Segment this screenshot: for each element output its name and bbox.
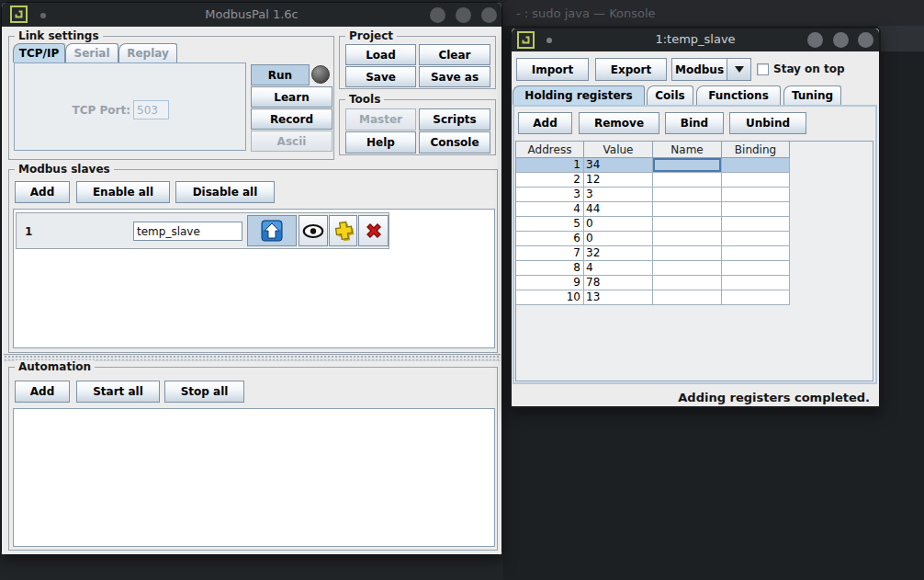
tab-holding-registers[interactable]: Holding registers	[513, 85, 645, 105]
clear-button[interactable]: Clear	[419, 44, 490, 65]
table-row[interactable]: 60	[516, 232, 873, 246]
slave-add-button[interactable]: Add	[15, 181, 70, 203]
address-cell[interactable]: 5	[516, 217, 584, 232]
register-add-button[interactable]: Add	[518, 112, 572, 134]
value-cell[interactable]: 13	[584, 290, 653, 305]
table-row[interactable]: 84	[516, 261, 873, 276]
dialog-titlebar[interactable]: 1:temp_slave	[512, 28, 879, 51]
address-cell[interactable]: 9	[516, 276, 584, 290]
start-all-button[interactable]: Start all	[76, 381, 160, 403]
registers-scrollpane[interactable]: AddressValueNameBinding 1342123344450607…	[515, 141, 873, 381]
binding-cell[interactable]	[722, 232, 790, 246]
slave-enable-toggle[interactable]	[247, 215, 297, 246]
automation-add-button[interactable]: Add	[15, 381, 70, 403]
name-cell[interactable]	[653, 202, 722, 217]
value-cell[interactable]: 0	[584, 217, 653, 232]
column-header[interactable]: Value	[584, 142, 653, 158]
name-cell[interactable]	[653, 173, 722, 188]
tcp-port-field[interactable]	[133, 100, 169, 119]
address-cell[interactable]: 3	[516, 188, 584, 202]
load-button[interactable]: Load	[345, 44, 416, 65]
stay-on-top-checkbox[interactable]	[757, 63, 769, 75]
name-cell[interactable]	[653, 188, 722, 202]
name-cell[interactable]	[653, 290, 722, 305]
slave-view-button[interactable]	[299, 215, 328, 246]
record-button[interactable]: Record	[251, 108, 332, 130]
value-cell[interactable]: 44	[584, 202, 653, 217]
tab-functions[interactable]: Functions	[696, 85, 781, 105]
value-cell[interactable]: 34	[584, 158, 653, 173]
export-button[interactable]: Export	[595, 58, 667, 81]
close-button[interactable]	[858, 32, 873, 48]
binding-cell[interactable]	[722, 158, 790, 173]
address-cell[interactable]: 7	[516, 246, 584, 261]
address-cell[interactable]: 10	[516, 290, 584, 305]
table-row[interactable]: 732	[516, 246, 873, 261]
binding-cell[interactable]	[722, 202, 790, 217]
ascii-button[interactable]: Ascii	[251, 131, 332, 152]
tab-tcpip[interactable]: TCP/IP	[13, 43, 65, 63]
minimize-button[interactable]	[807, 32, 823, 48]
binding-cell[interactable]	[722, 276, 790, 290]
table-row[interactable]: 50	[516, 217, 873, 232]
binding-cell[interactable]	[722, 217, 790, 232]
unbind-button[interactable]: Unbind	[729, 112, 806, 134]
column-header[interactable]: Binding	[722, 142, 790, 158]
tab-tuning[interactable]: Tuning	[783, 85, 841, 105]
table-row[interactable]: 33	[516, 188, 873, 202]
value-cell[interactable]: 0	[584, 232, 653, 246]
console-button[interactable]: Console	[419, 131, 490, 154]
maximize-button[interactable]	[833, 32, 849, 48]
combo-arrow-button[interactable]	[727, 59, 750, 80]
import-button[interactable]: Import	[516, 58, 589, 81]
binding-cell[interactable]	[722, 261, 790, 276]
tab-coils[interactable]: Coils	[647, 85, 693, 105]
disable-all-button[interactable]: Disable all	[175, 181, 275, 203]
modbuspal-titlebar[interactable]: ModbusPal 1.6c	[2, 3, 501, 27]
name-cell[interactable]	[653, 232, 722, 246]
binding-cell[interactable]	[722, 246, 790, 261]
address-cell[interactable]: 6	[516, 232, 584, 246]
value-cell[interactable]: 3	[584, 188, 653, 202]
save-button[interactable]: Save	[345, 66, 416, 87]
register-remove-button[interactable]: Remove	[579, 112, 659, 134]
address-cell[interactable]: 4	[516, 202, 584, 217]
value-cell[interactable]: 78	[584, 276, 653, 290]
modbus-combo[interactable]: Modbus	[671, 58, 751, 81]
konsole-titlebar[interactable]: - : sudo java — Konsole	[503, 0, 924, 26]
table-row[interactable]: 134	[516, 158, 873, 173]
name-cell[interactable]	[653, 246, 722, 261]
table-row[interactable]: 444	[516, 202, 873, 217]
save-as-button[interactable]: Save as	[419, 66, 490, 87]
address-cell[interactable]: 1	[516, 158, 584, 173]
table-row[interactable]: 212	[516, 173, 873, 188]
value-cell[interactable]: 12	[584, 173, 653, 188]
name-cell[interactable]	[653, 261, 722, 276]
stop-all-button[interactable]: Stop all	[164, 381, 244, 403]
master-button[interactable]: Master	[345, 108, 416, 131]
learn-button[interactable]: Learn	[251, 86, 332, 108]
table-row[interactable]: 978	[516, 276, 873, 290]
close-button[interactable]	[481, 7, 497, 23]
name-cell[interactable]	[653, 276, 722, 290]
column-header[interactable]: Name	[653, 142, 722, 158]
binding-cell[interactable]	[722, 173, 790, 188]
bind-button[interactable]: Bind	[665, 112, 724, 134]
help-button[interactable]: Help	[345, 131, 416, 154]
column-header[interactable]: Address	[516, 142, 584, 158]
value-cell[interactable]: 4	[584, 261, 653, 276]
name-cell[interactable]	[653, 158, 722, 173]
binding-cell[interactable]	[722, 290, 790, 305]
minimize-button[interactable]	[430, 7, 445, 23]
scripts-button[interactable]: Scripts	[419, 108, 490, 131]
table-row[interactable]: 1013	[516, 290, 873, 305]
slave-delete-button[interactable]	[358, 215, 389, 246]
tab-serial[interactable]: Serial	[65, 43, 118, 63]
enable-all-button[interactable]: Enable all	[76, 181, 170, 203]
value-cell[interactable]: 32	[584, 246, 653, 261]
name-cell[interactable]	[653, 217, 722, 232]
run-button[interactable]: Run	[251, 64, 310, 85]
binding-cell[interactable]	[722, 188, 790, 202]
address-cell[interactable]: 2	[516, 173, 584, 188]
slave-duplicate-button[interactable]	[329, 215, 357, 246]
